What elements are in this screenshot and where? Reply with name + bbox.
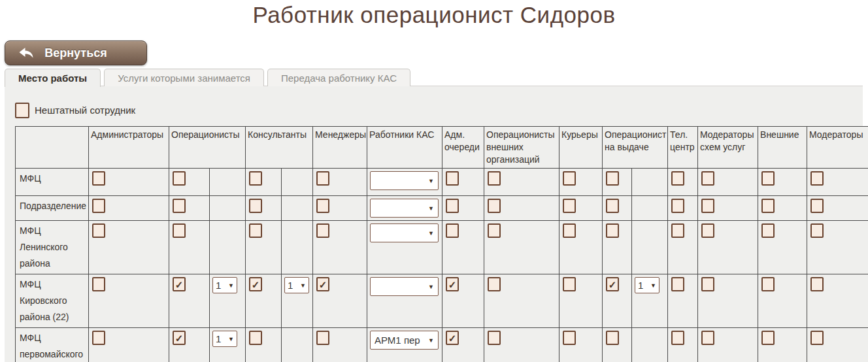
kas_workers-select[interactable]: ▼ bbox=[370, 199, 439, 218]
external-checkbox[interactable] bbox=[761, 199, 775, 213]
queue_admins-checkbox[interactable] bbox=[446, 223, 459, 238]
external_org_operators-checkbox[interactable] bbox=[488, 171, 501, 186]
couriers-checkbox[interactable] bbox=[563, 199, 576, 213]
service_scheme_moderators-checkbox[interactable] bbox=[701, 199, 714, 213]
table-row: МФЦ Кировского района (22)✓1▼✓1▼✓▼✓✓1▼ bbox=[16, 274, 868, 328]
tel_center-checkbox[interactable] bbox=[671, 331, 684, 345]
kas_workers-select[interactable]: АРМ1 пер▼ bbox=[370, 331, 439, 350]
dropdown-arrow-icon: ▼ bbox=[650, 282, 656, 289]
tab-kas-transfer[interactable]: Передача работнику КАС bbox=[267, 69, 410, 86]
check-icon: ✓ bbox=[448, 280, 457, 289]
managers-checkbox[interactable] bbox=[316, 331, 329, 345]
back-arrow-icon bbox=[18, 47, 34, 62]
moderators-checkbox[interactable] bbox=[810, 331, 824, 345]
couriers-checkbox[interactable] bbox=[563, 277, 576, 291]
external_org_operators-checkbox[interactable] bbox=[488, 331, 501, 345]
tel_center-checkbox[interactable] bbox=[671, 199, 684, 213]
external-checkbox[interactable] bbox=[761, 331, 775, 345]
tel_center-checkbox[interactable] bbox=[671, 171, 684, 186]
managers-checkbox[interactable] bbox=[316, 223, 329, 238]
moderators-checkbox[interactable] bbox=[810, 277, 824, 291]
dropdown-arrow-icon: ▼ bbox=[428, 230, 434, 237]
service_scheme_moderators-checkbox[interactable] bbox=[701, 223, 714, 238]
operators-checkbox[interactable] bbox=[173, 223, 186, 238]
queue_admins-checkbox[interactable]: ✓ bbox=[446, 331, 459, 345]
tel_center-checkbox[interactable] bbox=[671, 277, 684, 291]
table-row: МФЦ первомайского района ЦО(23)✓1▼АРМ1 п… bbox=[16, 328, 868, 362]
administrators-checkbox[interactable] bbox=[92, 331, 105, 345]
tab-workplace[interactable]: Место работы bbox=[5, 69, 101, 87]
tab-services[interactable]: Услуги которыми занимается bbox=[104, 69, 264, 86]
table-row: Подразделение▼ bbox=[16, 196, 868, 221]
column-header-service_scheme_moderators: Модераторы схем услуг bbox=[698, 127, 758, 169]
managers-checkbox[interactable] bbox=[316, 199, 329, 213]
check-icon: ✓ bbox=[175, 280, 184, 289]
operators-count-select[interactable]: 1▼ bbox=[212, 277, 237, 293]
external-checkbox[interactable] bbox=[761, 223, 775, 238]
service_scheme_moderators-checkbox[interactable] bbox=[701, 171, 714, 186]
consultants-count-select[interactable]: 1▼ bbox=[284, 277, 309, 293]
moderators-checkbox[interactable] bbox=[810, 171, 824, 186]
external-checkbox[interactable] bbox=[761, 171, 775, 186]
kas_workers-select[interactable]: ▼ bbox=[370, 277, 439, 296]
managers-checkbox[interactable]: ✓ bbox=[316, 277, 329, 291]
administrators-checkbox[interactable] bbox=[92, 171, 105, 186]
administrators-checkbox[interactable] bbox=[92, 199, 105, 213]
moderators-checkbox[interactable] bbox=[810, 199, 824, 213]
consultants-checkbox[interactable] bbox=[249, 171, 262, 186]
kas_workers-select[interactable]: ▼ bbox=[370, 223, 439, 242]
couriers-checkbox[interactable] bbox=[563, 171, 576, 186]
operators-checkbox[interactable]: ✓ bbox=[173, 331, 186, 345]
consultants-checkbox[interactable]: ✓ bbox=[249, 277, 262, 291]
column-header-external_org_operators: Операционисты внешних организаций bbox=[484, 127, 559, 169]
moderators-checkbox[interactable] bbox=[810, 223, 824, 238]
external_org_operators-checkbox[interactable] bbox=[488, 277, 501, 291]
operators-checkbox[interactable] bbox=[173, 171, 186, 186]
dropdown-arrow-icon: ▼ bbox=[428, 284, 434, 290]
column-header-queue_admins: Адм. очереди bbox=[442, 127, 484, 169]
couriers-checkbox[interactable] bbox=[563, 223, 576, 238]
issue_operator-count-select[interactable]: 1▼ bbox=[635, 277, 659, 293]
service_scheme_moderators-checkbox[interactable] bbox=[701, 331, 714, 345]
issue_operator-checkbox[interactable]: ✓ bbox=[606, 277, 619, 291]
column-header-issue_operator: Операционист на выдаче bbox=[603, 127, 668, 169]
issue_operator-checkbox[interactable] bbox=[606, 199, 619, 213]
external-checkbox[interactable] bbox=[761, 277, 775, 291]
check-icon: ✓ bbox=[609, 280, 617, 289]
kas_workers-select[interactable]: ▼ bbox=[370, 171, 439, 190]
queue_admins-checkbox[interactable]: ✓ bbox=[446, 277, 459, 291]
column-header-kas_workers: Работники КАС bbox=[367, 127, 442, 169]
couriers-checkbox[interactable] bbox=[563, 331, 576, 345]
consultants-checkbox[interactable] bbox=[249, 331, 262, 345]
operators-checkbox[interactable]: ✓ bbox=[173, 277, 186, 291]
service_scheme_moderators-checkbox[interactable] bbox=[701, 277, 714, 291]
freelance-row: Нештатный сотрудник bbox=[15, 103, 135, 118]
operators-checkbox[interactable] bbox=[173, 199, 186, 213]
check-icon: ✓ bbox=[175, 333, 184, 343]
issue_operator-checkbox[interactable] bbox=[606, 171, 619, 186]
consultants-checkbox[interactable] bbox=[249, 223, 262, 238]
issue_operator-checkbox[interactable] bbox=[606, 223, 619, 238]
external_org_operators-checkbox[interactable] bbox=[488, 199, 501, 213]
managers-checkbox[interactable] bbox=[316, 171, 329, 186]
work-places-table: АдминистраторыОперационистыКонсультантыМ… bbox=[15, 126, 868, 362]
column-header-operators: Операционисты bbox=[169, 127, 246, 169]
freelance-checkbox[interactable] bbox=[15, 103, 29, 118]
consultants-checkbox[interactable] bbox=[249, 199, 262, 213]
back-button[interactable]: Вернуться bbox=[5, 41, 147, 65]
table-row: МФЦ▼ bbox=[16, 169, 868, 196]
administrators-checkbox[interactable] bbox=[92, 277, 105, 291]
dropdown-arrow-icon: ▼ bbox=[300, 282, 306, 289]
tel_center-checkbox[interactable] bbox=[671, 223, 684, 238]
workplace-panel: Нештатный сотрудник АдминистраторыОперац… bbox=[5, 86, 863, 362]
external_org_operators-checkbox[interactable] bbox=[488, 223, 501, 238]
back-button-label: Вернуться bbox=[44, 46, 107, 60]
check-icon: ✓ bbox=[448, 333, 457, 343]
operators-count-select[interactable]: 1▼ bbox=[212, 331, 237, 347]
check-icon: ✓ bbox=[319, 280, 327, 289]
queue_admins-checkbox[interactable] bbox=[446, 199, 459, 213]
queue_admins-checkbox[interactable] bbox=[446, 171, 459, 186]
column-header-couriers: Курьеры bbox=[559, 127, 603, 169]
administrators-checkbox[interactable] bbox=[92, 223, 105, 238]
issue_operator-checkbox[interactable] bbox=[606, 331, 619, 345]
